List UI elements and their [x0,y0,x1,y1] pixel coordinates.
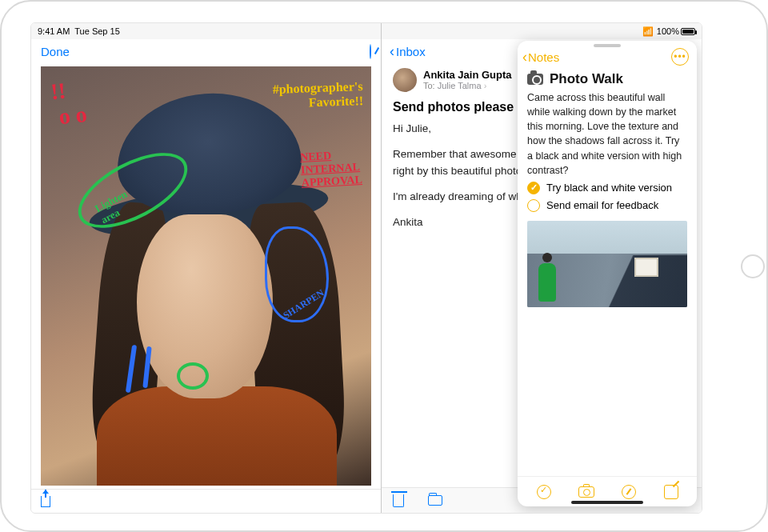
photo-canvas[interactable]: !! o o #photographer's Favorite!! NEED I… [41,66,371,486]
home-indicator[interactable] [571,501,643,504]
mail-app: 📶 100% ‹ Inbox Ankita Jain Gupta [382,23,702,513]
checklist-label: Try black and white version [546,182,672,194]
note-body-text[interactable]: Came across this beautiful wall while wa… [518,89,697,179]
markup-tool-icon[interactable] [370,45,371,58]
status-bar-right: 📶 100% [382,23,702,39]
photo-face [137,214,273,398]
trash-icon[interactable] [393,494,404,507]
markup-toolbar: Done [31,39,381,63]
note-title[interactable]: Photo Walk [550,71,623,87]
sender-avatar[interactable] [393,68,417,92]
status-time-date: 9:41 AM Tue Sep 15 [38,26,120,36]
note-attached-photo[interactable] [527,221,687,307]
annotation-exclaim: !! o o [50,76,88,130]
screen: 9:41 AM Tue Sep 15 Done !! o o #photogra… [30,22,702,514]
home-button[interactable] [741,254,765,278]
annotation-photographers-favorite: #photographer's Favorite!! [272,79,363,111]
chevron-left-icon: ‹ [522,49,527,66]
camera-tool-icon[interactable] [578,483,595,501]
photo-body [97,386,337,486]
slideover-grabber[interactable] [594,44,621,47]
photos-bottom-toolbar [31,489,381,513]
chevron-right-icon: › [484,81,487,90]
mail-back-label: Inbox [396,45,426,58]
sender-name[interactable]: Ankita Jain Gupta [423,69,512,82]
share-icon[interactable] [41,496,50,507]
checklist-label: Send email for feedback [546,199,658,211]
checkbox-checked-icon[interactable] [527,182,540,194]
done-button[interactable]: Done [41,45,70,58]
notes-more-button[interactable]: ••• [671,48,689,66]
checkbox-unchecked-icon[interactable] [527,199,540,212]
recipient-line[interactable]: To: Julie Talma › [423,81,512,91]
markup-tool-icon[interactable] [620,483,638,501]
notes-back-button[interactable]: ‹ Notes [522,49,559,66]
checklist-item[interactable]: Send email for feedback [518,197,697,214]
chevron-left-icon: ‹ [390,44,394,58]
battery-indicator: 100% [657,26,695,36]
notes-slideover-panel: ‹ Notes ••• Photo Walk Came across this … [518,41,697,506]
compose-icon[interactable] [662,483,680,501]
folder-icon[interactable] [428,495,442,506]
checklist-item[interactable]: Try black and white version [518,179,697,197]
camera-icon [527,74,543,85]
checklist-tool-icon[interactable] [535,483,553,501]
photos-markup-app: 9:41 AM Tue Sep 15 Done !! o o #photogra… [31,23,382,513]
annotation-need-approval: NEED INTERNAL APPROVAL [300,148,362,190]
status-bar-left: 9:41 AM Tue Sep 15 [31,23,381,39]
wifi-icon: 📶 [642,26,654,37]
ipad-frame: 9:41 AM Tue Sep 15 Done !! o o #photogra… [0,0,768,532]
